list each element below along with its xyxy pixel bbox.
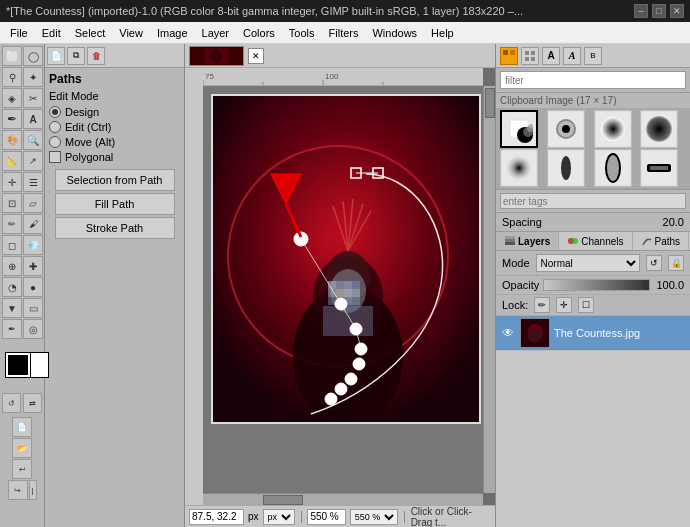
- fonts-icon[interactable]: A: [542, 47, 560, 65]
- text-tool[interactable]: A: [23, 109, 43, 129]
- palettes-icon[interactable]: B: [584, 47, 602, 65]
- measure-tool[interactable]: 📐: [2, 151, 22, 171]
- brush-cell-2[interactable]: [594, 110, 632, 148]
- clone-tool[interactable]: ⊕: [2, 256, 22, 276]
- fuzzy-select-tool[interactable]: ✦: [23, 67, 43, 87]
- horizontal-scrollbar[interactable]: [203, 493, 483, 505]
- polygonal-checkbox[interactable]: [49, 151, 61, 163]
- unit-select[interactable]: px: [263, 509, 295, 525]
- polygonal-row[interactable]: Polygonal: [49, 151, 180, 163]
- layer-visibility-icon[interactable]: 👁: [500, 325, 516, 341]
- by-color-select-tool[interactable]: ◈: [2, 88, 22, 108]
- filter-input[interactable]: [500, 71, 686, 89]
- patterns-icon[interactable]: [521, 47, 539, 65]
- eraser-tool[interactable]: ◻: [2, 235, 22, 255]
- menu-file[interactable]: File: [4, 25, 34, 41]
- swap-colors-icon[interactable]: ⇄: [23, 393, 42, 413]
- align-tool[interactable]: ☰: [23, 172, 43, 192]
- coordinates-input[interactable]: [189, 509, 244, 525]
- edit-ctrl-radio[interactable]: [49, 121, 61, 133]
- opacity-slider[interactable]: [543, 279, 650, 291]
- menu-select[interactable]: Select: [69, 25, 112, 41]
- close-button[interactable]: ✕: [670, 4, 684, 18]
- fill-path-button[interactable]: Fill Path: [55, 193, 175, 215]
- brush-cell-7[interactable]: [640, 149, 678, 187]
- opacity-handle[interactable]: [644, 280, 647, 290]
- horizontal-scrollbar-thumb[interactable]: [263, 495, 303, 505]
- tab-layers[interactable]: Layers: [496, 232, 559, 250]
- brush-cell-6[interactable]: [594, 149, 632, 187]
- scissors-tool[interactable]: ✂: [23, 88, 43, 108]
- paths-new-btn[interactable]: 📄: [47, 47, 65, 65]
- ink-tool[interactable]: ✒: [2, 319, 22, 339]
- free-select-tool[interactable]: ⚲: [2, 67, 22, 87]
- paths-duplicate-btn[interactable]: ⧉: [67, 47, 85, 65]
- maximize-button[interactable]: □: [652, 4, 666, 18]
- menu-colors[interactable]: Colors: [237, 25, 281, 41]
- lock-position-icon[interactable]: ✛: [556, 297, 572, 313]
- lock-pixels-icon[interactable]: ✏: [534, 297, 550, 313]
- brush-preset-icon[interactable]: [500, 47, 518, 65]
- new-image-icon[interactable]: 📄: [12, 417, 32, 437]
- smudge-tool[interactable]: ◎: [23, 319, 43, 339]
- brush-cell-1[interactable]: [547, 110, 585, 148]
- menu-windows[interactable]: Windows: [366, 25, 423, 41]
- tab-paths[interactable]: Paths: [633, 232, 690, 250]
- pencil-tool[interactable]: ✏: [2, 214, 22, 234]
- menu-help[interactable]: Help: [425, 25, 460, 41]
- paths-tool[interactable]: ✒: [2, 109, 22, 129]
- brush-cell-5[interactable]: [547, 149, 585, 187]
- move-alt-radio[interactable]: [49, 136, 61, 148]
- menu-view[interactable]: View: [113, 25, 149, 41]
- paintbrush-tool[interactable]: 🖌: [23, 214, 43, 234]
- rect-select-tool[interactable]: ⬜: [2, 46, 22, 66]
- close-canvas-icon[interactable]: ✕: [248, 48, 264, 64]
- tab-channels[interactable]: Channels: [559, 232, 632, 250]
- airbrush-tool[interactable]: 💨: [23, 235, 43, 255]
- vertical-scrollbar[interactable]: [483, 86, 495, 493]
- mode-select[interactable]: Normal Multiply Screen: [536, 254, 640, 272]
- menu-tools[interactable]: Tools: [283, 25, 321, 41]
- dodge-tool[interactable]: ●: [23, 277, 43, 297]
- menu-layer[interactable]: Layer: [196, 25, 236, 41]
- mode-options-icon[interactable]: ↺: [646, 255, 662, 271]
- crop-tool[interactable]: ⊡: [2, 193, 22, 213]
- heal-tool[interactable]: ✚: [23, 256, 43, 276]
- color-picker-tool[interactable]: 🎨: [2, 130, 22, 150]
- foreground-color-swatch[interactable]: [6, 353, 30, 377]
- design-radio-row[interactable]: Design: [49, 106, 180, 118]
- brush-cell-3[interactable]: [640, 110, 678, 148]
- selection-from-path-button[interactable]: Selection from Path: [55, 169, 175, 191]
- reset-colors-icon[interactable]: ↺: [2, 393, 21, 413]
- mode-lock-icon[interactable]: 🔒: [668, 255, 684, 271]
- zoom-select[interactable]: 550 %: [350, 509, 398, 525]
- gradient-tool[interactable]: ▭: [23, 298, 43, 318]
- menu-filters[interactable]: Filters: [323, 25, 365, 41]
- gradients-icon[interactable]: A: [563, 47, 581, 65]
- history-back-icon[interactable]: ↩: [12, 459, 32, 479]
- menu-image[interactable]: Image: [151, 25, 194, 41]
- brush-cell-4[interactable]: [500, 149, 538, 187]
- stroke-path-button[interactable]: Stroke Path: [55, 217, 175, 239]
- edit-ctrl-radio-row[interactable]: Edit (Ctrl): [49, 121, 180, 133]
- layer-item-0[interactable]: 👁 The Countess.jpg: [496, 316, 690, 351]
- bucket-fill-tool[interactable]: ▼: [2, 298, 22, 318]
- move-alt-radio-row[interactable]: Move (Alt): [49, 136, 180, 148]
- transform-tool[interactable]: ↗: [23, 151, 43, 171]
- zoom-tool[interactable]: 🔍: [23, 130, 43, 150]
- lock-alpha-icon[interactable]: ☐: [578, 297, 594, 313]
- menu-edit[interactable]: Edit: [36, 25, 67, 41]
- blur-tool[interactable]: ◔: [2, 277, 22, 297]
- design-radio[interactable]: [49, 106, 61, 118]
- paths-delete-btn[interactable]: 🗑: [87, 47, 105, 65]
- canvas-content[interactable]: [203, 86, 483, 493]
- vertical-scrollbar-thumb[interactable]: [485, 88, 495, 118]
- open-icon[interactable]: 📂: [12, 438, 32, 458]
- ellipse-select-tool[interactable]: ◯: [23, 46, 43, 66]
- perspective-tool[interactable]: ▱: [23, 193, 43, 213]
- tags-input[interactable]: [500, 193, 686, 209]
- minimize-button[interactable]: –: [634, 4, 648, 18]
- history-forward-icon[interactable]: ↪: [8, 480, 28, 500]
- brush-cell-0[interactable]: [500, 110, 538, 148]
- quickmask-icon[interactable]: |: [29, 480, 37, 500]
